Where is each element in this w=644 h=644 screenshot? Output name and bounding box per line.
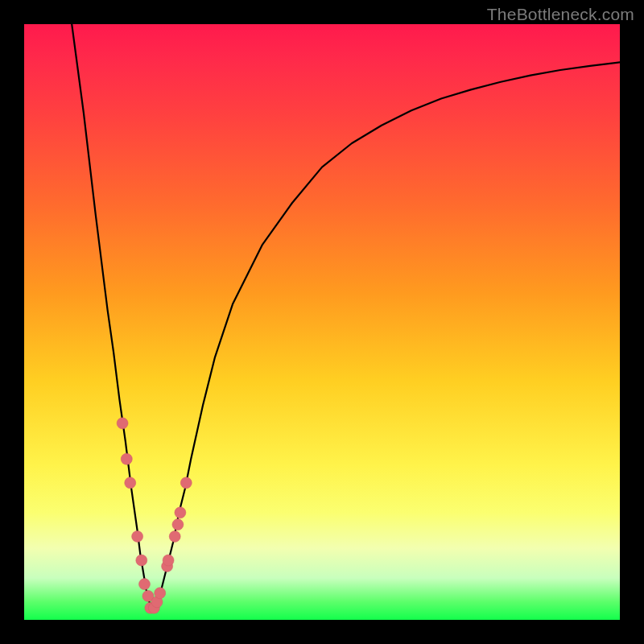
data-point	[132, 530, 143, 542]
bottleneck-curve	[72, 24, 620, 608]
data-point	[155, 588, 166, 599]
chart-frame: TheBottleneck.com	[0, 0, 644, 644]
data-point	[117, 418, 128, 429]
chart-svg	[24, 24, 620, 620]
data-point	[180, 477, 192, 489]
data-point	[138, 579, 150, 590]
data-point	[136, 555, 147, 566]
data-markers	[117, 418, 192, 613]
data-point	[175, 507, 186, 518]
data-point	[163, 555, 174, 566]
data-point	[121, 453, 132, 464]
data-point	[125, 477, 136, 489]
data-point	[169, 530, 180, 542]
plot-area	[24, 24, 620, 620]
watermark-text: TheBottleneck.com	[487, 5, 634, 24]
data-point	[172, 519, 184, 530]
